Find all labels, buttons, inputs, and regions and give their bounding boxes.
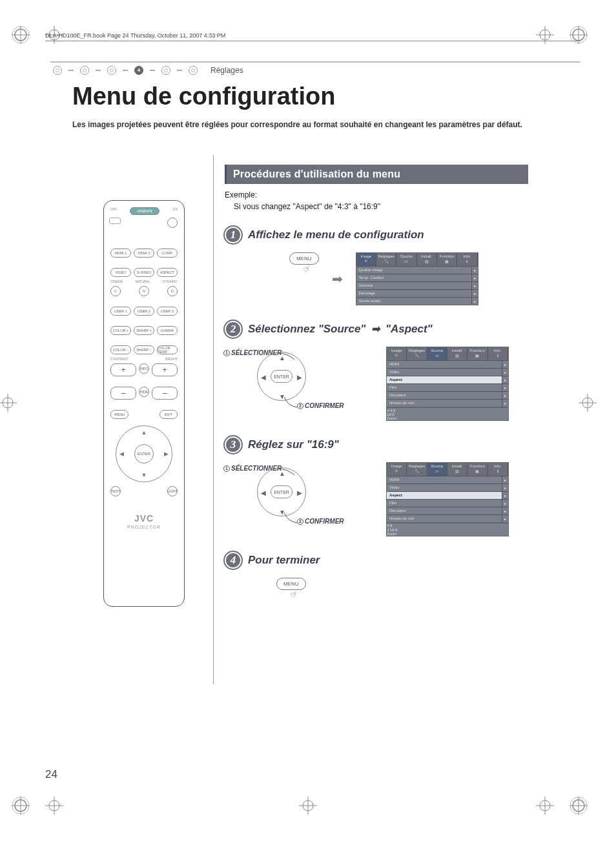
step-3-confirm-label: 2CONFIRMER — [297, 518, 344, 525]
enter-button: ENTER — [134, 444, 154, 463]
osd-tab-fonction: Fonction▦ — [437, 253, 457, 266]
bc-step-3 — [107, 66, 116, 75]
dynamic-button: D — [167, 286, 178, 296]
arrow-left-icon: ◀ — [119, 451, 124, 457]
book-header: DLA-HD100E_FR.book Page 24 Thursday, Oct… — [45, 32, 225, 39]
remote-subbrand: PROJECTOR — [108, 525, 180, 529]
example-block: Exemple: Si vous changez "Aspect" de "4:… — [225, 190, 528, 211]
remote-navpad: ▲ ▼ ◀ ▶ ENTER — [116, 425, 172, 482]
step-1-title: Affichez le menu de configuration — [248, 229, 424, 241]
light-button: LIGHT — [167, 486, 178, 496]
sharp-plus-button: SHARP + — [134, 326, 154, 335]
breadcrumb: 4 Réglages — [53, 66, 243, 75]
osd-tab-install: Install.▥ — [417, 253, 437, 266]
osd-tab-info: Info.ℹ — [457, 253, 477, 266]
reg-mark-bc — [299, 797, 317, 815]
bc-step-6 — [189, 66, 198, 75]
reg-mark-ml — [0, 394, 17, 412]
arrow-right-icon: ▶ — [297, 374, 302, 381]
step-2-title: Sélectionnez "Source" ➡ "Aspect" — [248, 323, 433, 336]
step-2-badge: 2 — [225, 321, 241, 338]
enter-button: ENTER — [271, 370, 293, 383]
step-3-navpad: 1SÉLECTIONNER ▲ ▼ ◀ ▶ ENTER 2CONFIRMER — [225, 462, 373, 533]
user2-button: USER 2 — [134, 307, 154, 316]
arrow-right-icon: ➡ — [332, 271, 343, 287]
step-1-badge: 1 — [225, 227, 241, 243]
vertical-separator — [213, 155, 214, 684]
osd-tab-image: Image⎚ — [356, 253, 376, 266]
step-1-heading: 1 Affichez le menu de configuration — [225, 227, 528, 243]
user1-button: USER 1 — [110, 307, 131, 316]
svideo-button: S-VIDEO — [134, 268, 154, 277]
user3-button: USER 3 — [157, 307, 178, 316]
gamma-button: GAMMA — [157, 326, 178, 335]
osd-step3-aspect-submenu: 4:3 ✔16:9 Zoom — [386, 523, 509, 536]
example-heading: Exemple: — [225, 190, 528, 199]
reg-mark-mr — [579, 394, 597, 412]
bc-step-2 — [80, 66, 89, 75]
page-title: Menu de configuration — [72, 83, 335, 110]
step-4-press-menu: MENU ☞ — [276, 578, 306, 599]
video-button: VIDEO — [110, 268, 131, 277]
bright-minus-button: − — [152, 387, 178, 400]
menu-pill: MENU — [289, 252, 319, 265]
color-plus-button: COLOR + — [110, 326, 131, 335]
step-2-heading: 2 Sélectionnez "Source" ➡ "Aspect" — [225, 321, 528, 338]
off-button — [109, 218, 121, 224]
natural-button: N — [139, 286, 149, 296]
bc-step-4-active: 4 — [134, 66, 143, 75]
info-button: INFO — [139, 363, 149, 374]
reg-mark-br — [570, 797, 588, 815]
arrow-down-icon: ▼ — [141, 472, 147, 478]
intro-text: Les images projetées peuvent être réglée… — [72, 119, 557, 130]
test-button: TEST — [110, 486, 121, 496]
breadcrumb-label: Réglages — [210, 66, 243, 75]
step-2-navpad: 1SÉLECTIONNER ▲ ▼ ◀ ▶ ENTER 2CONFIRMER — [225, 347, 373, 418]
color-minus-button: COLOR − — [110, 345, 131, 354]
reg-mark-tl — [12, 26, 30, 44]
osd-step1: Image⎚ Réglages🔧 Source▭ Install.▥ Fonct… — [356, 252, 478, 305]
on-button — [167, 218, 178, 228]
exit-button: EXIT — [159, 410, 178, 419]
arrow-up-icon: ▲ — [141, 429, 147, 436]
sharp-minus-button: SHARP − — [134, 345, 154, 354]
step-4-badge: 4 — [225, 552, 241, 569]
example-text: Si vous changez "Aspect" de "4:3" à "16:… — [234, 202, 528, 211]
reg-mark-b2 — [45, 797, 63, 815]
step-3-badge: 3 — [225, 436, 241, 453]
page-number: 24 — [45, 768, 57, 781]
cinema-button: C — [110, 286, 121, 296]
osd-step2-aspect-submenu: ✔4:3 16:9 Zoom — [386, 407, 509, 421]
bc-step-5 — [161, 66, 170, 75]
hdmi1-button: HDMI 1 — [110, 249, 131, 258]
hdmi2-button: HDMI 2 — [134, 249, 154, 258]
bright-plus-button: + — [152, 363, 178, 376]
aspect-button: ASPECT — [157, 268, 178, 277]
reg-mark-bl — [12, 797, 30, 815]
section-heading: Procédures d'utilisation du menu — [225, 165, 528, 184]
remote-brand: JVC — [108, 513, 180, 524]
step-1-press-menu: MENU ☞ — [289, 252, 319, 274]
arrow-up-icon: ▲ — [279, 354, 285, 361]
comp-button: COMP. — [157, 249, 178, 258]
remote-control-illustration: OFFOPERATEON HDMI 1HDMI 2COMP. VIDEOS-VI… — [103, 200, 185, 607]
step-4-title: Pour terminer — [248, 554, 320, 567]
osd-step3: Image⎚ Réglages🔧 Source▭ Install.▥ Fonct… — [386, 462, 509, 536]
osd-step2: Image⎚ Réglages🔧 Source▭ Install.▥ Fonct… — [386, 347, 509, 421]
contrast-plus-button: + — [110, 363, 136, 376]
step-4-heading: 4 Pour terminer — [225, 552, 528, 569]
step-3-title: Réglez sur "16:9" — [248, 438, 339, 451]
osd-tab-reglages: Réglages🔧 — [376, 253, 396, 266]
hide-button: HIDE — [139, 387, 149, 397]
colortemp-button: COLOR TEMP — [157, 345, 178, 354]
menu-button: MENU — [110, 410, 128, 419]
menu-pill: MENU — [276, 578, 306, 590]
step-3-heading: 3 Réglez sur "16:9" — [225, 436, 528, 453]
top-rule — [50, 61, 580, 63]
reg-mark-b3 — [536, 797, 554, 815]
arrow-right-icon: ▶ — [164, 451, 169, 457]
arrow-left-icon: ◀ — [261, 374, 266, 381]
bc-step-1 — [53, 66, 62, 75]
header-rule — [45, 41, 580, 41]
contrast-minus-button: − — [110, 387, 136, 400]
